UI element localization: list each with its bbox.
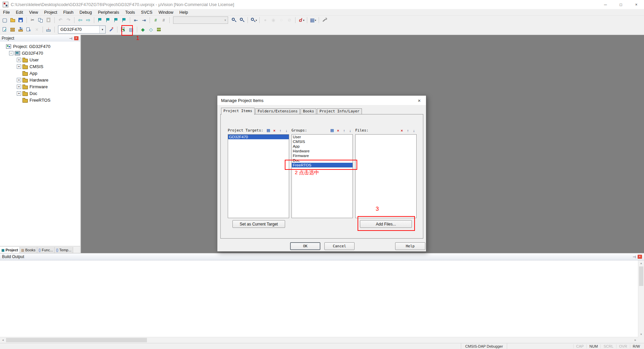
- list-item[interactable]: CMSIS: [292, 139, 353, 144]
- target-options-icon[interactable]: [108, 26, 115, 34]
- dialog-tab[interactable]: Project Info/Layer: [317, 108, 362, 114]
- menu-item[interactable]: Edit: [13, 9, 26, 15]
- horizontal-scrollbar[interactable]: ◄ ►: [0, 337, 638, 343]
- new-target-icon[interactable]: ▤: [266, 128, 271, 133]
- bookmark-next-icon[interactable]: [112, 16, 120, 24]
- panel-tab[interactable]: ▦ Project: [0, 247, 20, 253]
- project-targets-list[interactable]: GD32F470: [228, 134, 289, 218]
- find-combo[interactable]: [173, 16, 228, 24]
- new-group-icon[interactable]: ▤: [329, 128, 335, 133]
- scroll-down-icon[interactable]: ▼: [638, 332, 644, 337]
- find-in-files-icon[interactable]: [250, 16, 257, 24]
- nav-back-icon[interactable]: ⇦: [76, 16, 84, 24]
- dialog-tab[interactable]: Project Items: [221, 108, 255, 115]
- set-as-current-target-button[interactable]: Set as Current Target: [232, 220, 285, 228]
- redo-icon[interactable]: ↷: [65, 16, 72, 24]
- delete-icon[interactable]: ×: [272, 128, 277, 133]
- new-file-icon[interactable]: ▢: [1, 16, 8, 24]
- expand-toggle-icon[interactable]: [17, 85, 21, 89]
- tree-item[interactable]: CMSIS: [0, 63, 80, 70]
- minimize-button[interactable]: ─: [598, 0, 613, 9]
- configuration-icon[interactable]: [321, 16, 328, 24]
- comment-icon[interactable]: //: [152, 16, 159, 24]
- menu-item[interactable]: File: [0, 9, 13, 15]
- expand-toggle-icon[interactable]: [17, 58, 21, 62]
- scroll-left-icon[interactable]: ◄: [0, 337, 6, 343]
- breakpoint-disable-all-icon[interactable]: ○: [278, 16, 285, 24]
- build-output-content[interactable]: ▲ ▼ ◄ ►: [0, 260, 644, 343]
- paste-icon[interactable]: [45, 16, 52, 24]
- target-select[interactable]: GD32F470: [58, 26, 106, 34]
- list-item[interactable]: User: [292, 135, 353, 139]
- scrollbar-thumb[interactable]: [6, 338, 147, 342]
- save-icon[interactable]: [17, 16, 24, 24]
- move-up-icon[interactable]: ↑: [405, 128, 411, 133]
- list-item[interactable]: Doc: [292, 158, 353, 163]
- open-folder-icon[interactable]: [9, 16, 16, 24]
- panel-tab[interactable]: {} Temp...: [55, 247, 73, 253]
- move-down-icon[interactable]: ↓: [284, 128, 289, 133]
- bookmark-clear-icon[interactable]: [120, 16, 128, 24]
- files-list[interactable]: [355, 134, 417, 218]
- translate-icon[interactable]: [1, 26, 8, 34]
- project-tree[interactable]: Project: GD32F470 GD32F470 User: [0, 42, 80, 246]
- tree-item[interactable]: User: [0, 56, 80, 63]
- tree-item[interactable]: Firmware: [0, 83, 80, 90]
- panel-tab[interactable]: ▥ Books: [20, 247, 37, 253]
- expand-toggle-icon[interactable]: [17, 64, 21, 69]
- close-panel-icon[interactable]: [74, 36, 78, 40]
- download-icon[interactable]: [45, 26, 52, 34]
- find-icon[interactable]: [230, 16, 237, 24]
- scroll-up-icon[interactable]: ▲: [638, 260, 644, 266]
- dialog-tab[interactable]: Books: [301, 108, 316, 114]
- bookmark-toggle-icon[interactable]: [96, 16, 104, 24]
- tree-item[interactable]: Project: GD32F470: [0, 43, 80, 50]
- manage-rte-icon[interactable]: ◆: [139, 26, 147, 34]
- menu-item[interactable]: Help: [176, 9, 191, 15]
- breakpoint-enable-icon[interactable]: ◉: [270, 16, 277, 24]
- batch-build-icon[interactable]: [25, 26, 33, 34]
- tree-item[interactable]: Hardware: [0, 77, 80, 83]
- indent-left-icon[interactable]: ⇤: [132, 16, 140, 24]
- menu-item[interactable]: Tools: [122, 9, 138, 15]
- list-item[interactable]: App: [292, 144, 353, 149]
- list-item[interactable]: Firmware: [292, 153, 353, 158]
- move-up-icon[interactable]: ↑: [341, 128, 347, 133]
- tree-item[interactable]: Doc: [0, 90, 80, 97]
- manage-project-items-icon[interactable]: [119, 26, 127, 34]
- list-item[interactable]: GD32F470: [228, 135, 289, 139]
- cancel-button[interactable]: Cancel: [324, 242, 355, 250]
- tree-item[interactable]: GD32F470: [0, 50, 80, 56]
- nav-forward-icon[interactable]: ⇨: [85, 16, 92, 24]
- file-extensions-icon[interactable]: ▤: [127, 26, 135, 34]
- rebuild-icon[interactable]: [17, 26, 24, 34]
- build-icon[interactable]: [9, 26, 16, 34]
- cut-icon[interactable]: ✂: [29, 16, 36, 24]
- list-item[interactable]: FreeRTOS: [292, 163, 353, 167]
- move-down-icon[interactable]: ↓: [411, 128, 417, 133]
- expand-toggle-icon[interactable]: [17, 91, 21, 96]
- help-button[interactable]: Help: [395, 242, 425, 250]
- dialog-close-button[interactable]: ×: [413, 96, 426, 105]
- expand-toggle-icon[interactable]: [17, 78, 21, 82]
- delete-icon[interactable]: ×: [335, 128, 341, 133]
- add-files-button[interactable]: Add Files...: [360, 220, 412, 228]
- pin-icon[interactable]: [68, 36, 73, 41]
- pin-icon[interactable]: [632, 255, 636, 259]
- target-select-dropdown-icon[interactable]: [99, 26, 105, 33]
- pack-installer-icon[interactable]: [155, 26, 163, 34]
- list-item[interactable]: Hardware: [292, 149, 353, 153]
- expand-toggle-icon[interactable]: [9, 51, 13, 55]
- tree-item[interactable]: App: [0, 70, 80, 77]
- panel-tab[interactable]: {} Func...: [37, 247, 55, 253]
- move-up-icon[interactable]: ↑: [278, 128, 283, 133]
- menu-item[interactable]: Window: [155, 9, 176, 15]
- copy-icon[interactable]: [37, 16, 44, 24]
- vertical-scrollbar[interactable]: ▲ ▼: [638, 260, 644, 337]
- menu-item[interactable]: View: [26, 9, 41, 15]
- move-down-icon[interactable]: ↓: [347, 128, 353, 133]
- debug-session-icon[interactable]: d: [298, 16, 305, 24]
- find-combo-dropdown-icon[interactable]: [223, 17, 228, 23]
- stop-build-icon[interactable]: ×: [33, 26, 41, 34]
- menu-item[interactable]: Flash: [60, 9, 76, 15]
